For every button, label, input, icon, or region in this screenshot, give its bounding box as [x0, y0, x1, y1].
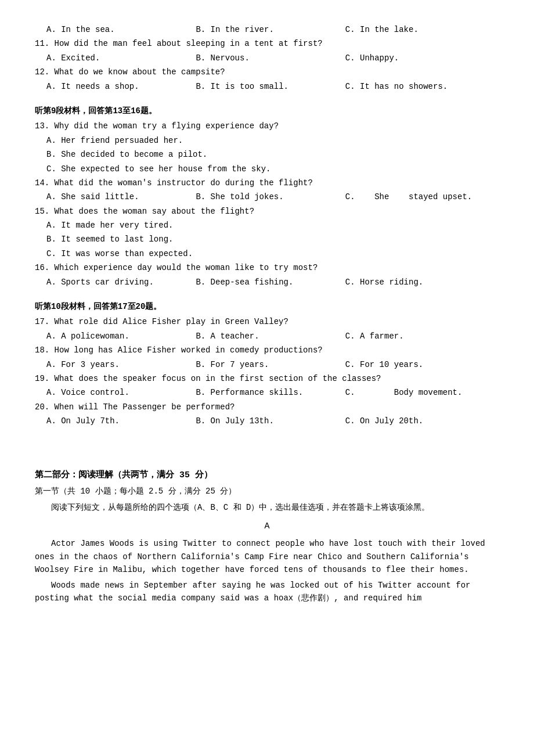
q18-option-a: A. For 3 years. — [46, 358, 196, 371]
q20-text: 20. When will The Passenger be performed… — [35, 401, 499, 413]
q19-option-a: A. Voice control. — [46, 386, 196, 399]
q10-options-row: A. In the sea. B. In the river. C. In th… — [46, 23, 499, 36]
q10-option-a: A. In the sea. — [46, 23, 196, 36]
q11-text: 11. How did the man feel about sleeping … — [35, 37, 499, 50]
q19-text: 19. What does the speaker focus on in th… — [35, 372, 499, 385]
q12-text: 12. What do we know about the campsite? — [35, 66, 499, 78]
q16-option-c: C. Horse riding. — [345, 276, 499, 289]
q10-option-c: C. In the lake. — [345, 23, 499, 36]
q13-option-a: A. Her friend persuaded her. — [46, 134, 499, 147]
passage-a-p2: Woods made news in September after sayin… — [35, 579, 499, 605]
q12-option-a: A. It needs a shop. — [46, 80, 196, 93]
q11-option-b: B. Nervous. — [196, 52, 345, 64]
q19-options-row: A. Voice control. B. Performance skills.… — [46, 386, 499, 399]
q17-option-c: C. A farmer. — [345, 330, 499, 343]
q15-option-c: C. It was worse than expected. — [46, 247, 499, 260]
q19-option-b: B. Performance skills. — [196, 386, 345, 399]
q15-option-b: B. It seemed to last long. — [46, 233, 499, 246]
q15-text: 15. What does the woman say about the fl… — [35, 205, 499, 218]
q13-option-b: B. She decided to become a pilot. — [46, 148, 499, 161]
q18-option-c: C. For 10 years. — [345, 358, 499, 371]
q17-text: 17. What role did Alice Fisher play in G… — [35, 315, 499, 328]
q16-option-a: A. Sports car driving. — [46, 276, 196, 289]
part2-header: 第二部分：阅读理解（共两节，满分 35 分） — [35, 469, 499, 483]
section9-header: 听第9段材料，回答第13至16题。 — [35, 105, 499, 117]
q20-option-c: C. On July 20th. — [345, 415, 499, 427]
q17-option-b: B. A teacher. — [196, 330, 345, 343]
q19-option-c: C. Body movement. — [345, 386, 499, 399]
q12-options-row: A. It needs a shop. B. It is too small. … — [46, 80, 499, 93]
q18-option-b: B. For 7 years. — [196, 358, 345, 371]
passage-a-title: A — [35, 520, 499, 534]
q14-option-b: B. She told jokes. — [196, 190, 345, 203]
q11-option-a: A. Excited. — [46, 52, 196, 64]
q13-text: 13. Why did the woman try a flying exper… — [35, 120, 499, 132]
q14-option-c: C. She stayed upset. — [345, 190, 499, 203]
q11-options-row: A. Excited. B. Nervous. C. Unhappy. — [46, 52, 499, 64]
q18-text: 18. How long has Alice Fisher worked in … — [35, 344, 499, 357]
q16-option-b: B. Deep-sea fishing. — [196, 276, 345, 289]
q16-text: 16. Which experience day would the woman… — [35, 261, 499, 274]
q16-options-row: A. Sports car driving. B. Deep-sea fishi… — [46, 276, 499, 289]
q14-text: 14. What did the woman's instructor do d… — [35, 177, 499, 189]
q12-option-c: C. It has no showers. — [345, 80, 499, 93]
passage-a-p1: Actor James Woods is using Twitter to co… — [35, 537, 499, 576]
section10-header: 听第10段材料，回答第17至20题。 — [35, 300, 499, 313]
q18-options-row: A. For 3 years. B. For 7 years. C. For 1… — [46, 358, 499, 371]
q13-option-c: C. She expected to see her house from th… — [46, 163, 499, 175]
q12-option-b: B. It is too small. — [196, 80, 345, 93]
q14-option-a: A. She said little. — [46, 190, 196, 203]
q17-option-a: A. A policewoman. — [46, 330, 196, 343]
main-content: A. In the sea. B. In the river. C. In th… — [35, 23, 499, 604]
q15-option-a: A. It made her very tired. — [46, 219, 499, 232]
q10-option-b: B. In the river. — [196, 23, 345, 36]
q17-options-row: A. A policewoman. B. A teacher. C. A far… — [46, 330, 499, 343]
q14-options-row: A. She said little. B. She told jokes. C… — [46, 190, 499, 203]
q20-option-a: A. On July 7th. — [46, 415, 196, 427]
section1-header: 第一节（共 10 小题；每小题 2.5 分，满分 25 分） — [35, 485, 499, 498]
q20-options-row: A. On July 7th. B. On July 13th. C. On J… — [46, 415, 499, 427]
q11-option-c: C. Unhappy. — [345, 52, 499, 64]
section1-intro: 阅读下列短文，从每题所给的四个选项（A、B、C 和 D）中，选出最佳选项，并在答… — [35, 501, 499, 514]
q20-option-b: B. On July 13th. — [196, 415, 345, 427]
